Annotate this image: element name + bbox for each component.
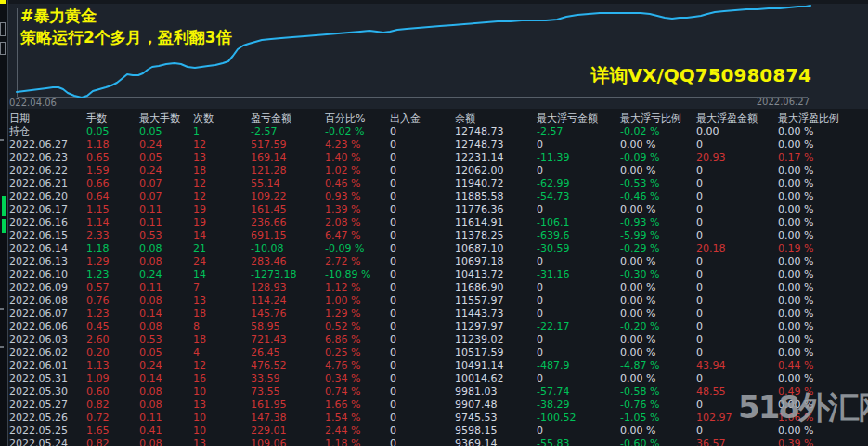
cell-10: 0: [696, 190, 778, 203]
cell-5: 0.93 %: [325, 190, 390, 203]
cell-4: 121.28: [251, 164, 325, 177]
cell-2: 0.05: [139, 125, 193, 138]
table-row[interactable]: 2022.06.161.140.1119236.662.08 %011614.9…: [9, 216, 868, 230]
cell-11: 0.00 %: [778, 347, 868, 360]
table-row[interactable]: 2022.06.152.330.5314691.156.47 %011378.2…: [9, 230, 868, 243]
cell-9: 0.00 %: [620, 425, 696, 438]
cell-6: 0: [390, 125, 455, 138]
cell-10: 0: [696, 269, 778, 282]
cell-5: 2.72 %: [325, 256, 390, 269]
table-row[interactable]: 持仓0.050.051-2.57-0.02 %012748.73-2.57-0.…: [9, 125, 868, 138]
cell-8: 0: [537, 425, 620, 438]
cell-6: 0: [390, 295, 455, 308]
table-row[interactable]: 2022.06.090.570.117128.931.12 %011686.90…: [9, 282, 868, 295]
table-row[interactable]: 2022.06.221.590.2418121.281.02 %012062.0…: [9, 164, 868, 177]
cell-4: 114.24: [251, 295, 325, 308]
cell-9: 0.00 %: [620, 334, 696, 347]
cell-3: 13: [193, 399, 251, 412]
cell-3: 19: [193, 216, 251, 230]
cell-4: 283.46: [251, 256, 325, 269]
table-row[interactable]: 2022.06.101.230.2414-1273.18-10.89 %0104…: [9, 269, 868, 282]
cell-9: -0.09 %: [620, 151, 696, 164]
cell-0: 2022.06.07: [9, 308, 86, 321]
cell-4: 128.93: [251, 282, 325, 295]
cell-7: 9369.14: [455, 438, 537, 446]
cell-3: 12: [193, 177, 251, 190]
cell-8: -30.59: [537, 243, 620, 256]
table-row[interactable]: 2022.06.011.130.2412476.524.76 %010491.1…: [9, 360, 868, 373]
table-row[interactable]: 2022.06.230.650.0513169.141.40 %012231.1…: [9, 151, 868, 164]
cell-2: 0.08: [139, 386, 193, 399]
cell-0: 2022.06.14: [9, 243, 86, 256]
background-window-edge: [0, 0, 8, 446]
cell-6: 0: [390, 243, 455, 256]
table-row[interactable]: 2022.06.020.200.05426.450.25 %010517.590…: [9, 347, 868, 360]
cell-8: -2.57: [537, 125, 620, 138]
cell-9: -0.02 %: [620, 125, 696, 138]
cell-1: 1.29: [86, 256, 139, 269]
table-row[interactable]: 2022.06.200.640.0712109.220.93 %011885.5…: [9, 190, 868, 203]
cell-7: 11378.25: [455, 230, 537, 243]
cell-5: 1.40 %: [325, 151, 390, 164]
cell-1: 0.65: [86, 151, 139, 164]
cell-1: 0.82: [86, 399, 139, 412]
cell-1: 0.57: [86, 282, 139, 295]
cell-1: 2.33: [86, 230, 139, 243]
edge-tick-mark: [0, 346, 4, 348]
cell-8: -55.83: [537, 438, 620, 446]
table-row[interactable]: 2022.06.071.230.1418145.761.29 %011443.7…: [9, 308, 868, 321]
cell-2: 0.07: [139, 190, 193, 203]
cell-6: 0: [390, 360, 455, 373]
cell-5: 1.39 %: [325, 203, 390, 216]
table-row[interactable]: 2022.06.141.180.0821-10.08-0.09 %010687.…: [9, 243, 868, 256]
table-row[interactable]: 2022.06.271.180.2412517.594.23 %012748.7…: [9, 138, 868, 151]
cell-10: 43.94: [696, 360, 778, 373]
cell-2: 0.41: [139, 425, 193, 438]
cell-7: 10517.59: [455, 347, 537, 360]
cell-10: 0: [696, 282, 778, 295]
cell-11: 0.00 %: [778, 256, 868, 269]
cell-1: 0.76: [86, 295, 139, 308]
table-row[interactable]: 2022.05.240.820.0813109.061.18 %09369.14…: [9, 438, 868, 446]
cell-8: -639.6: [537, 230, 620, 243]
table-row[interactable]: 2022.06.060.450.08858.950.52 %011297.97-…: [9, 321, 868, 334]
cell-3: 14: [193, 230, 251, 243]
cell-1: 0.20: [86, 347, 139, 360]
cell-9: -0.58 %: [620, 386, 696, 399]
column-header-10: 最大浮盈金额: [696, 112, 778, 125]
cell-1: 1.23: [86, 308, 139, 321]
table-row[interactable]: 2022.06.080.760.0813114.241.00 %011557.9…: [9, 295, 868, 308]
table-row[interactable]: 2022.06.032.600.5318721.436.86 %011239.0…: [9, 334, 868, 347]
cell-3: 18: [193, 308, 251, 321]
cell-3: 1: [193, 125, 251, 138]
cell-0: 2022.06.01: [9, 360, 86, 373]
cell-5: -0.09 %: [325, 243, 390, 256]
cell-0: 2022.06.06: [9, 321, 86, 334]
cell-7: 11297.97: [455, 321, 537, 334]
table-row[interactable]: 2022.05.311.090.141633.590.34 %010014.62…: [9, 373, 868, 386]
cell-9: 0.00 %: [620, 373, 696, 386]
cell-4: -1273.18: [251, 269, 325, 282]
cell-2: 0.08: [139, 438, 193, 446]
cell-4: 691.15: [251, 230, 325, 243]
table-row[interactable]: 2022.06.171.150.1119161.451.39 %011776.3…: [9, 203, 868, 216]
table-row[interactable]: 2022.06.131.290.0824283.462.72 %010697.1…: [9, 256, 868, 269]
cell-0: 2022.06.02: [9, 347, 86, 360]
cell-0: 2022.05.31: [9, 373, 86, 386]
cell-11: 0.19 %: [778, 243, 868, 256]
cell-3: 14: [193, 269, 251, 282]
cell-5: 0.46 %: [325, 177, 390, 190]
cell-4: 109.06: [251, 438, 325, 446]
cell-9: -0.30 %: [620, 269, 696, 282]
cell-3: 13: [193, 438, 251, 446]
cell-8: -487.9: [537, 360, 620, 373]
cell-5: 1.29 %: [325, 308, 390, 321]
cell-2: 0.24: [139, 360, 193, 373]
table-row[interactable]: 2022.06.210.660.071255.140.46 %011940.72…: [9, 177, 868, 190]
equity-chart-panel: #暴力黄金 策略运行2个多月，盈利翻3倍 详询VX/QQ750980874 02…: [8, 4, 868, 109]
cell-0: 2022.05.25: [9, 425, 86, 438]
cell-2: 0.05: [139, 151, 193, 164]
cell-2: 0.14: [139, 308, 193, 321]
cell-1: 1.09: [86, 373, 139, 386]
cell-1: 0.64: [86, 190, 139, 203]
